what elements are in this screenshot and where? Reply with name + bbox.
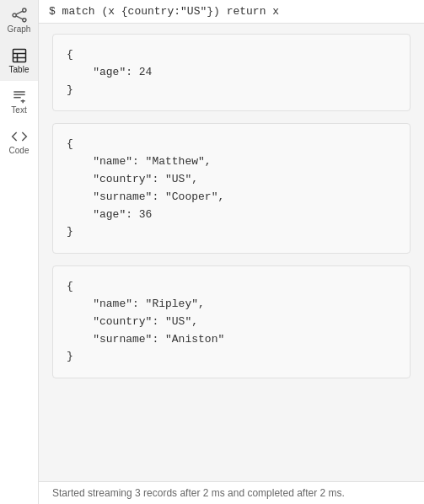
code-icon — [11, 128, 28, 145]
table-icon — [11, 47, 28, 64]
sidebar-item-table-label: Table — [9, 66, 30, 74]
result-card: { "name": "Matthew", "country": "US", "s… — [52, 123, 411, 254]
main-panel: $ match (x {country:"US"}) return x { "a… — [39, 0, 424, 504]
text-icon — [11, 88, 28, 105]
sidebar-item-code-label: Code — [9, 147, 30, 155]
sidebar-item-text-label: Text — [11, 106, 26, 115]
results-area[interactable]: { "age": 24 }{ "name": "Matthew", "count… — [39, 24, 424, 481]
result-card: { "name": "Ripley", "country": "US", "su… — [52, 265, 411, 378]
svg-rect-5 — [13, 50, 25, 62]
graph-icon — [11, 7, 28, 24]
svg-point-0 — [13, 13, 16, 17]
svg-point-2 — [22, 19, 25, 22]
svg-line-3 — [16, 11, 23, 14]
result-card: { "age": 24 } — [52, 34, 411, 111]
sidebar: Graph Table Text Code — [0, 0, 39, 504]
sidebar-item-table[interactable]: Table — [0, 40, 38, 81]
query-header: $ match (x {country:"US"}) return x — [39, 0, 424, 24]
sidebar-item-text[interactable]: Text — [0, 81, 38, 121]
sidebar-item-graph[interactable]: Graph — [0, 0, 38, 40]
svg-line-4 — [16, 16, 23, 19]
status-bar: Started streaming 3 records after 2 ms a… — [39, 481, 424, 504]
svg-point-1 — [22, 8, 25, 12]
sidebar-item-code[interactable]: Code — [0, 121, 38, 162]
sidebar-item-graph-label: Graph — [8, 25, 31, 34]
